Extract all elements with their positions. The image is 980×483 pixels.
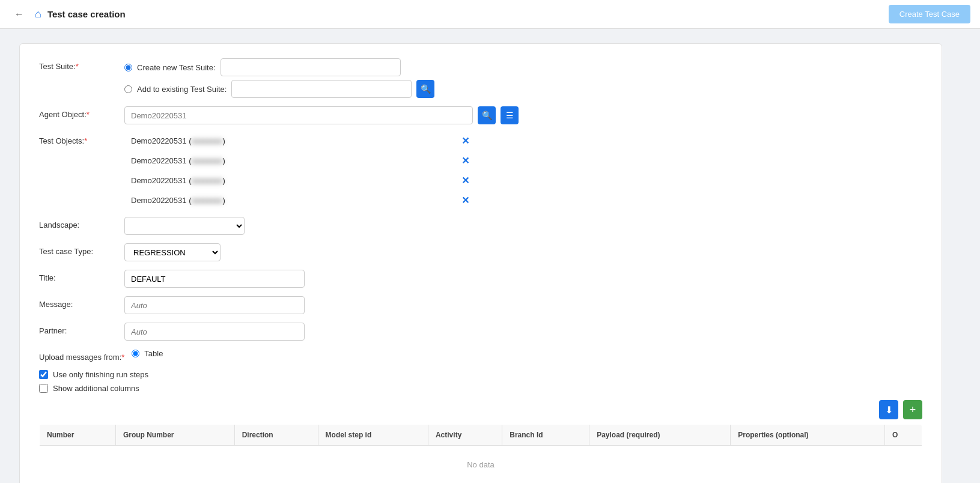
- add-existing-suite-label: Add to existing Test Suite:: [137, 85, 227, 94]
- col-number: Number: [40, 425, 116, 446]
- remove-test-object-2[interactable]: ✕: [458, 154, 473, 168]
- test-suite-radio-row-1: Create new Test Suite:: [124, 58, 922, 76]
- download-button[interactable]: ⬇: [879, 400, 898, 419]
- data-table: Number Group Number Direction Model step…: [39, 424, 922, 483]
- create-new-suite-input[interactable]: [221, 58, 401, 76]
- landscape-select[interactable]: [124, 217, 245, 235]
- test-suite-radio-row-2: Add to existing Test Suite: 🔍: [124, 80, 922, 98]
- agent-object-search-button[interactable]: 🔍: [478, 106, 496, 124]
- create-new-suite-label: Create new Test Suite:: [137, 63, 216, 72]
- landscape-label: Landscape:: [39, 217, 117, 229]
- message-row: Message:: [39, 296, 922, 314]
- agent-object-filter-button[interactable]: ☰: [501, 106, 519, 124]
- show-additional-columns-row: Show additional columns: [39, 384, 922, 393]
- agent-object-controls: 🔍 ☰: [124, 106, 922, 124]
- remove-test-object-4[interactable]: ✕: [458, 193, 473, 207]
- agent-object-input[interactable]: [124, 106, 473, 124]
- test-objects-label: Test Objects:*: [39, 133, 117, 145]
- main-content: Test Suite:* Create new Test Suite: Add …: [0, 29, 961, 483]
- upload-section: Table: [132, 349, 163, 358]
- test-suite-label: Test Suite:*: [39, 58, 117, 71]
- col-payload: Payload (required): [589, 425, 731, 446]
- table-toolbar: ⬇ +: [39, 398, 922, 422]
- title-input[interactable]: [124, 270, 305, 288]
- col-model-step-id: Model step id: [318, 425, 428, 446]
- add-existing-suite-radio[interactable]: [124, 85, 132, 93]
- blurred-3: xxxxxxxx: [191, 176, 222, 185]
- message-label: Message:: [39, 296, 117, 309]
- table-body: No data: [40, 446, 922, 484]
- landscape-row: Landscape:: [39, 217, 922, 235]
- table-header: Number Group Number Direction Model step…: [40, 425, 922, 446]
- upload-table-radio[interactable]: [132, 350, 139, 357]
- show-additional-columns-label: Show additional columns: [53, 384, 139, 393]
- col-direction: Direction: [234, 425, 318, 446]
- test-case-type-label: Test case Type:: [39, 243, 117, 256]
- test-object-text-4: Demo20220531 (xxxxxxxx): [124, 192, 453, 208]
- create-test-case-button[interactable]: Create Test Case: [889, 5, 970, 23]
- test-case-type-select[interactable]: REGRESSION SMOKE SANITY: [124, 243, 221, 261]
- top-bar: ← ⌂ Test case creation Create Test Case: [0, 0, 980, 29]
- back-button[interactable]: ←: [10, 7, 29, 22]
- blurred-1: xxxxxxxx: [191, 136, 222, 145]
- test-suite-row: Test Suite:* Create new Test Suite: Add …: [39, 58, 922, 98]
- upload-table-label: Table: [144, 349, 163, 358]
- test-objects-area: Demo20220531 (xxxxxxxx) ✕ Demo20220531 (…: [124, 133, 922, 208]
- col-properties: Properties (optional): [731, 425, 885, 446]
- col-branch-id: Branch Id: [502, 425, 589, 446]
- add-existing-suite-input[interactable]: [231, 80, 412, 98]
- test-object-text-2: Demo20220531 (xxxxxxxx): [124, 153, 453, 169]
- test-case-type-row: Test case Type: REGRESSION SMOKE SANITY: [39, 243, 922, 261]
- create-new-suite-radio[interactable]: [124, 64, 132, 71]
- agent-object-row: Agent Object:* 🔍 ☰: [39, 106, 922, 124]
- test-suite-controls: Create new Test Suite: Add to existing T…: [124, 58, 922, 98]
- upload-messages-label: Upload messages from:*: [39, 349, 124, 362]
- test-object-item-4: Demo20220531 (xxxxxxxx) ✕: [124, 192, 473, 208]
- upload-messages-row: Upload messages from:* Table: [39, 349, 922, 362]
- use-finishing-steps-row: Use only finishing run steps: [39, 370, 922, 379]
- message-input[interactable]: [124, 296, 305, 314]
- page-title: Test case creation: [47, 9, 126, 19]
- agent-object-label: Agent Object:*: [39, 106, 117, 119]
- partner-label: Partner:: [39, 323, 117, 335]
- add-row-button[interactable]: +: [903, 400, 922, 419]
- col-group-number: Group Number: [115, 425, 234, 446]
- form-section: Test Suite:* Create new Test Suite: Add …: [19, 43, 942, 483]
- test-object-item-1: Demo20220531 (xxxxxxxx) ✕: [124, 133, 473, 149]
- test-object-item-3: Demo20220531 (xxxxxxxx) ✕: [124, 172, 473, 189]
- partner-input[interactable]: [124, 323, 305, 341]
- test-object-text-3: Demo20220531 (xxxxxxxx): [124, 172, 453, 189]
- use-finishing-steps-label: Use only finishing run steps: [53, 370, 148, 379]
- home-icon: ⌂: [35, 8, 41, 20]
- remove-test-object-1[interactable]: ✕: [458, 134, 473, 148]
- table-header-row: Number Group Number Direction Model step…: [40, 425, 922, 446]
- use-finishing-steps-checkbox[interactable]: [39, 370, 48, 379]
- suite-search-button[interactable]: 🔍: [416, 80, 434, 98]
- test-object-item-2: Demo20220531 (xxxxxxxx) ✕: [124, 153, 473, 169]
- partner-row: Partner:: [39, 323, 922, 341]
- test-objects-row: Test Objects:* Demo20220531 (xxxxxxxx) ✕…: [39, 133, 922, 208]
- title-label: Title:: [39, 270, 117, 282]
- title-row: Title:: [39, 270, 922, 288]
- remove-test-object-3[interactable]: ✕: [458, 174, 473, 187]
- show-additional-columns-checkbox[interactable]: [39, 384, 48, 393]
- test-object-text-1: Demo20220531 (xxxxxxxx): [124, 133, 453, 149]
- col-other: O: [885, 425, 922, 446]
- col-activity: Activity: [428, 425, 502, 446]
- no-data-cell: No data: [40, 446, 922, 484]
- blurred-4: xxxxxxxx: [191, 196, 222, 205]
- blurred-2: xxxxxxxx: [191, 156, 222, 165]
- no-data-row: No data: [40, 446, 922, 484]
